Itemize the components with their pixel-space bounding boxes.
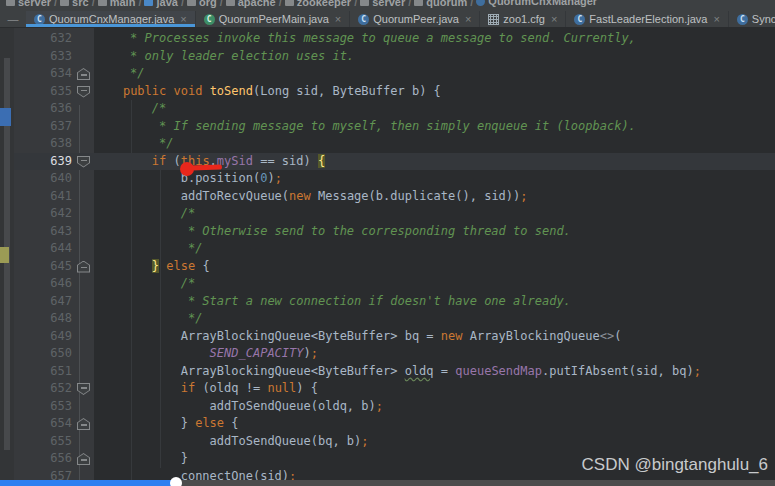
code-token [94,346,210,360]
code-line-655: 655 addToSendQueue(bq, b); [14,433,775,451]
code-token: new [289,189,311,203]
fold-marker-icon[interactable] [77,156,90,168]
code-line-634: 634 */ [14,65,775,83]
code-line-635: 635 public void toSend(Long sid, ByteBuf… [14,83,775,101]
breadcrumb-item-label: zookeeper [297,0,351,10]
code-line-639: 639 if (this.mySid == sid) { [14,153,775,171]
code-text: */ [94,65,775,83]
breadcrumb-item-label: src [72,0,89,10]
code-token [202,84,209,98]
code-token: SEND_CAPACITY [210,346,304,360]
code-token: toSend [210,84,253,98]
code-token: ) [304,346,311,360]
breadcrumb-item-java[interactable]: java [144,0,177,10]
fold-marker-icon[interactable] [77,453,90,465]
fold-column [74,30,94,48]
code-token: else [166,259,195,273]
breadcrumb-item-server[interactable]: server [6,0,51,10]
line-number: 647 [14,293,74,311]
line-number: 637 [14,118,74,136]
line-number: 640 [14,170,74,188]
breadcrumb-item-main[interactable]: main [98,0,136,10]
fold-marker-icon[interactable] [77,418,90,430]
tab-syncedlearnertracker-java[interactable]: CSyncedLearnerTracker.java× [729,11,775,27]
tab-label: QuorumPeerMain.java [219,13,329,25]
fold-column [74,170,94,188]
code-token: ; [275,171,282,185]
code-line-645: 645 } else { [14,258,775,276]
comment-text: */ [94,66,145,80]
tab-quorumpeermain-java[interactable]: CQuorumPeerMain.java× [196,11,351,27]
breadcrumb-item-label: QuorumCnxManager [488,0,597,9]
line-number: 633 [14,48,74,66]
tab-close-icon[interactable]: × [335,13,341,25]
class-icon [476,0,485,6]
video-progress-bar[interactable] [0,480,775,486]
breadcrumb-item-src[interactable]: src [60,0,89,10]
class-icon: C [358,14,369,25]
code-token: mySid [217,154,253,168]
tab-close-icon[interactable]: × [465,13,471,25]
code-line-636: 636 /* [14,100,775,118]
tab-fastleaderelection-java[interactable]: CFastLeaderElection.java× [566,11,728,27]
breadcrumb-item-server[interactable]: server [360,0,405,10]
tab-bar: — CQuorumCnxManager.java×CQuorumPeerMain… [0,11,775,28]
tab-quorumcnxmanager-java[interactable]: CQuorumCnxManager.java× [26,11,196,27]
breadcrumb-item-org[interactable]: org [187,0,217,10]
breadcrumb-item-quorum[interactable]: quorum [414,0,467,10]
fold-column [74,118,94,136]
fold-marker-icon[interactable] [77,383,90,395]
breadcrumb-item-label: main [110,0,136,10]
code-text: */ [94,135,775,153]
tab-close-icon[interactable]: × [551,13,557,25]
fold-column [74,240,94,258]
fold-column [74,450,94,468]
fold-column [74,345,94,363]
class-icon: C [34,14,45,25]
fold-column [74,433,94,451]
code-text: ArrayBlockingQueue<ByteBuffer> bq = new … [94,328,775,346]
folder-icon [187,0,196,6]
line-number: 652 [14,380,74,398]
code-text: * If sending message to myself, then sim… [94,118,775,136]
breadcrumb-item-quorumcnxmanager[interactable]: QuorumCnxManager [476,0,597,9]
line-number: 643 [14,223,74,241]
code-token: ; [376,399,383,413]
line-number: 642 [14,205,74,223]
video-progress-knob[interactable] [170,477,182,486]
tab-overflow-dash-icon[interactable]: — [0,11,26,27]
line-number: 632 [14,30,74,48]
breadcrumb-separator: / [181,0,184,8]
tab-zoo1-cfg[interactable]: zoo1.cfg× [480,11,566,27]
tab-close-icon[interactable]: × [180,13,186,25]
code-token: ArrayBlockingQueue<ByteBuffer> bq = [94,329,441,343]
line-number: 634 [14,65,74,83]
fold-column [74,398,94,416]
fold-column [74,363,94,381]
stripe-marker-blue [0,108,11,126]
code-token [94,101,152,115]
code-text: } else { [94,258,775,276]
code-token: new [441,329,463,343]
code-token: <> [600,329,614,343]
code-text: addToSendQueue(oldq, b); [94,398,775,416]
code-line-638: 638 */ [14,135,775,153]
code-token: if [152,154,166,168]
tab-quorumpeer-java[interactable]: CQuorumPeer.java× [350,11,480,27]
code-line-640: 640 b.position(0); [14,170,775,188]
fold-marker-icon[interactable] [77,261,90,273]
code-token: Message(b.duplicate(), sid)) [311,189,521,203]
fold-marker-icon[interactable] [77,68,90,80]
code-line-651: 651 ArrayBlockingQueue<ByteBuffer> oldq … [14,363,775,381]
code-token: if [181,381,195,395]
breadcrumb-item-label: java [156,0,177,10]
line-number: 656 [14,450,74,468]
tab-close-icon[interactable]: × [713,13,719,25]
breadcrumb-item-apache[interactable]: apache [226,0,276,10]
code-token: ; [520,189,527,203]
code-editor[interactable]: 632 * Processes invoke this message to q… [0,28,775,486]
fold-marker-icon[interactable] [77,86,90,98]
code-token [94,259,152,273]
breadcrumb-item-zookeeper[interactable]: zookeeper [285,0,351,10]
comment-text: * Processes invoke this message to queue… [94,31,636,45]
